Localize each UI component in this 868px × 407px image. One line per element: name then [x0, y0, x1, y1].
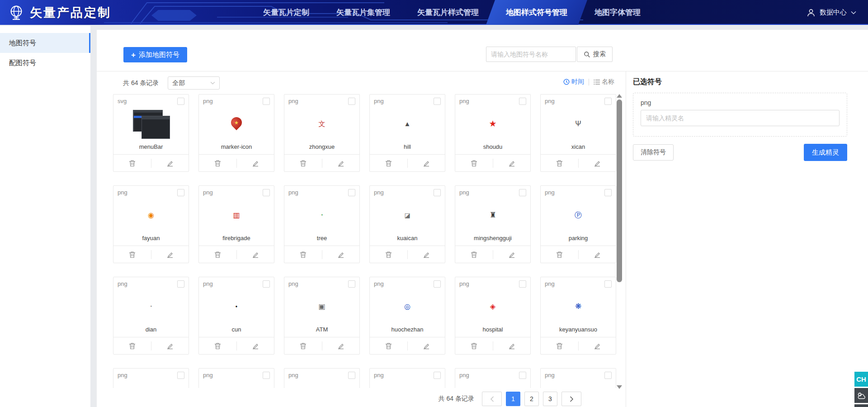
delete-symbol-button[interactable]	[284, 246, 322, 263]
card-checkbox[interactable]	[604, 280, 612, 288]
symbol-card-body[interactable]: png ❋ keyanyuansuo	[541, 277, 616, 337]
card-checkbox[interactable]	[177, 280, 184, 288]
edit-symbol-button[interactable]	[151, 155, 189, 171]
card-checkbox[interactable]	[604, 98, 612, 105]
package-button[interactable]	[854, 404, 868, 407]
weather-button[interactable]	[854, 388, 868, 403]
delete-symbol-button[interactable]	[199, 337, 236, 354]
symbol-card-body[interactable]: png ▲ hill	[370, 95, 445, 154]
edit-symbol-button[interactable]	[493, 337, 531, 354]
delete-symbol-button[interactable]	[541, 155, 578, 171]
symbol-card-body[interactable]: png	[284, 369, 359, 388]
next-page-button[interactable]	[561, 392, 581, 406]
scroll-up-arrow[interactable]	[617, 94, 622, 98]
page-button[interactable]: 2	[524, 392, 539, 406]
sidebar-item[interactable]: 配图符号	[0, 53, 90, 73]
delete-symbol-button[interactable]	[284, 155, 322, 171]
card-checkbox[interactable]	[177, 372, 184, 379]
edit-symbol-button[interactable]	[408, 246, 445, 263]
nav-tab[interactable]: 地图样式符号管理	[492, 0, 581, 25]
delete-symbol-button[interactable]	[455, 337, 493, 354]
delete-symbol-button[interactable]	[113, 337, 151, 354]
symbol-card-body[interactable]: png 文 zhongxue	[284, 95, 359, 154]
grid-scrollbar[interactable]	[616, 93, 623, 390]
symbol-card-body[interactable]: png ★ shoudu	[455, 95, 530, 154]
symbol-card-body[interactable]: png ◈ hospital	[455, 277, 530, 337]
generate-sprite-button[interactable]: 生成精灵	[804, 144, 847, 161]
nav-tab[interactable]: 矢量瓦片样式管理	[404, 0, 492, 25]
page-button[interactable]: 3	[543, 392, 557, 406]
card-checkbox[interactable]	[263, 372, 270, 379]
card-checkbox[interactable]	[519, 189, 526, 196]
card-checkbox[interactable]	[348, 372, 355, 379]
symbol-card-body[interactable]: svg menuBar	[113, 95, 189, 154]
symbol-card-body[interactable]: png ◪ kuaican	[370, 186, 445, 246]
symbol-card-body[interactable]: png Ψ xican	[541, 95, 616, 154]
symbol-card-body[interactable]: png ◉ fayuan	[113, 186, 189, 246]
delete-symbol-button[interactable]	[370, 246, 407, 263]
card-checkbox[interactable]	[177, 98, 184, 105]
symbol-card-body[interactable]: png ▪ tree	[284, 186, 359, 246]
prev-page-button[interactable]	[482, 392, 502, 406]
symbol-card-body[interactable]: png ▣ ATM	[284, 277, 359, 337]
card-checkbox[interactable]	[434, 280, 441, 288]
symbol-card-body[interactable]: png Ⓟ parking	[541, 186, 616, 246]
card-checkbox[interactable]	[263, 98, 270, 105]
edit-symbol-button[interactable]	[322, 155, 360, 171]
symbol-card-body[interactable]: png ● cun	[199, 277, 274, 337]
symbol-card-body[interactable]: png	[455, 369, 530, 388]
card-checkbox[interactable]	[519, 98, 526, 105]
delete-symbol-button[interactable]	[199, 155, 236, 171]
delete-symbol-button[interactable]	[541, 337, 578, 354]
card-checkbox[interactable]	[519, 280, 526, 288]
edit-symbol-button[interactable]	[237, 246, 274, 263]
sidebar-item[interactable]: 地图符号	[0, 33, 90, 53]
type-filter-select[interactable]: 全部	[168, 76, 220, 90]
edit-symbol-button[interactable]	[579, 337, 616, 354]
add-symbol-button[interactable]: + 添加地图符号	[123, 47, 187, 62]
edit-symbol-button[interactable]	[151, 246, 189, 263]
language-button[interactable]: CH	[854, 372, 868, 387]
edit-symbol-button[interactable]	[322, 337, 360, 354]
edit-symbol-button[interactable]	[237, 337, 274, 354]
card-checkbox[interactable]	[434, 372, 441, 379]
nav-tab[interactable]: 地图字体管理	[581, 0, 654, 25]
delete-symbol-button[interactable]	[455, 155, 493, 171]
delete-symbol-button[interactable]	[284, 337, 322, 354]
card-checkbox[interactable]	[604, 372, 612, 379]
search-input[interactable]	[486, 47, 576, 62]
card-checkbox[interactable]	[348, 280, 355, 288]
symbol-card-body[interactable]: png ♜ mingshengguji	[455, 186, 530, 246]
symbol-card-body[interactable]: png	[113, 369, 189, 388]
edit-symbol-button[interactable]	[408, 337, 445, 354]
delete-symbol-button[interactable]	[113, 155, 151, 171]
edit-symbol-button[interactable]	[579, 246, 616, 263]
scroll-down-arrow[interactable]	[617, 385, 622, 389]
card-checkbox[interactable]	[348, 98, 355, 105]
symbol-card-body[interactable]: png ▥ firebrigade	[199, 186, 274, 246]
edit-symbol-button[interactable]	[493, 246, 531, 263]
symbol-card-body[interactable]: png	[199, 369, 274, 388]
sprite-name-input[interactable]	[641, 110, 840, 126]
symbol-card-body[interactable]: png ▪ dian	[113, 277, 189, 337]
sort-by-time[interactable]: 时间	[563, 78, 584, 86]
nav-tab[interactable]: 矢量瓦片集管理	[323, 0, 404, 25]
card-checkbox[interactable]	[263, 280, 270, 288]
delete-symbol-button[interactable]	[541, 246, 578, 263]
symbol-card-body[interactable]: png marker-icon	[199, 95, 274, 154]
edit-symbol-button[interactable]	[237, 155, 274, 171]
card-checkbox[interactable]	[434, 189, 441, 196]
card-checkbox[interactable]	[434, 98, 441, 105]
user-menu[interactable]: 数据中心	[807, 0, 856, 25]
edit-symbol-button[interactable]	[408, 155, 445, 171]
card-checkbox[interactable]	[604, 189, 612, 196]
delete-symbol-button[interactable]	[370, 337, 407, 354]
sort-by-name[interactable]: 名称	[594, 78, 614, 86]
card-checkbox[interactable]	[263, 189, 270, 196]
edit-symbol-button[interactable]	[151, 337, 189, 354]
symbol-card-body[interactable]: png	[370, 369, 445, 388]
delete-symbol-button[interactable]	[455, 246, 493, 263]
symbol-card-body[interactable]: png	[541, 369, 616, 388]
nav-tab[interactable]: 矢量瓦片定制	[250, 0, 323, 25]
symbol-card-body[interactable]: png ◎ huochezhan	[370, 277, 445, 337]
